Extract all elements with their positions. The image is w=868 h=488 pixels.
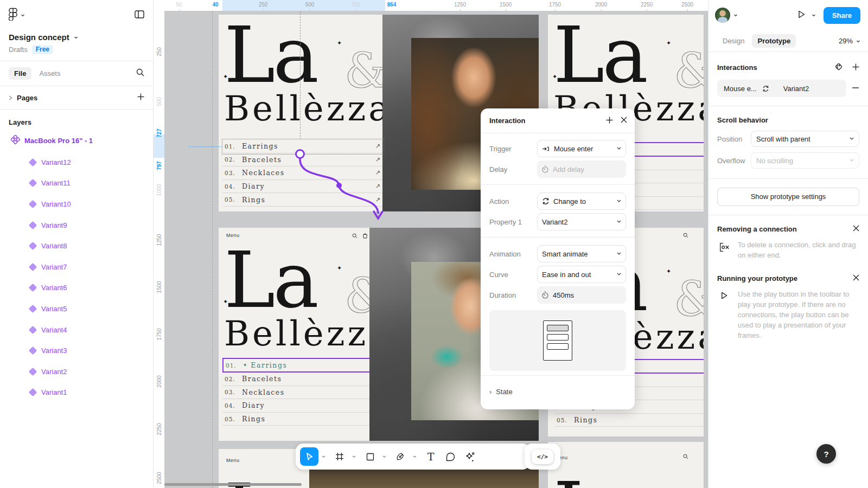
tab-prototype[interactable]: Prototype	[752, 34, 796, 48]
text-tool-button[interactable]: T	[422, 447, 440, 466]
brand-headline: La & ✦ ✦ Bellèzza	[224, 15, 392, 125]
delay-input[interactable]: Add delay	[537, 160, 626, 178]
ruler-tick: 2250	[641, 2, 653, 8]
close-icon[interactable]	[853, 274, 859, 282]
dev-mode-toggle[interactable]: </>	[525, 444, 560, 470]
nav-row[interactable]: 05. Rings ↗	[222, 413, 384, 426]
zoom-value: 29%	[839, 37, 853, 45]
tab-file[interactable]: File	[9, 67, 31, 80]
shopping-bag-icon[interactable]	[362, 233, 368, 239]
dev-mode-icon[interactable]: </>	[532, 450, 553, 464]
play-icon[interactable]	[795, 10, 808, 21]
flow-start-icon[interactable]	[834, 62, 844, 73]
file-title[interactable]: Design concept	[9, 33, 69, 42]
magnifier-icon[interactable]	[352, 233, 358, 239]
frame-tool-chevron[interactable]	[350, 448, 358, 465]
interaction-list-item[interactable]: Mouse e... Variant2	[717, 80, 846, 97]
position-select[interactable]: Scroll with parent	[751, 131, 859, 147]
horizontal-scrollbar[interactable]	[164, 483, 302, 486]
nav-row[interactable]: 02. Bracelets ↗	[222, 373, 384, 386]
layer-variant[interactable]: Variant2	[0, 361, 153, 382]
nav-row-active[interactable]: 01. • Earrings →	[222, 358, 384, 373]
chevron-down-icon[interactable]	[74, 35, 78, 40]
layer-variant[interactable]: Variant11	[0, 173, 153, 194]
frame-variant4-bottom[interactable]: Menu La	[548, 442, 704, 488]
nav-row[interactable]: 04. Diary ↗	[222, 180, 384, 194]
overflow-select[interactable]: No scrolling	[751, 152, 859, 169]
action-select[interactable]: Change to	[537, 192, 626, 210]
pen-tool-chevron[interactable]	[411, 448, 418, 465]
chevron-down-icon[interactable]	[812, 13, 816, 17]
pages-label[interactable]: Pages	[17, 94, 137, 102]
shape-tool-button[interactable]	[361, 447, 379, 466]
animation-preview[interactable]	[489, 310, 626, 371]
animation-select[interactable]: Smart animate	[537, 245, 626, 262]
chevron-down-icon	[856, 39, 860, 43]
stopwatch-icon	[541, 291, 549, 299]
connection-arrowhead	[374, 211, 382, 219]
magnifier-icon[interactable]	[683, 454, 688, 459]
layer-component-set[interactable]: MacBook Pro 16" - 1	[0, 130, 153, 149]
swap-icon	[762, 85, 769, 92]
add-page-icon[interactable]	[137, 93, 144, 102]
help-button[interactable]: ?	[816, 444, 836, 464]
layer-variant[interactable]: Variant1	[0, 382, 153, 403]
ruler-tick: 1250	[454, 2, 466, 8]
layer-variant[interactable]: Variant7	[0, 256, 153, 278]
animation-label: Animation	[489, 250, 537, 258]
pen-tool-button[interactable]	[391, 447, 410, 466]
ruler-tick: 40	[212, 2, 218, 8]
frame-tool-button[interactable]	[330, 447, 349, 466]
layer-variant-name: Variant11	[41, 179, 71, 187]
comment-tool-button[interactable]	[441, 447, 459, 466]
tab-assets[interactable]: Assets	[34, 67, 66, 80]
layer-variant[interactable]: Variant10	[0, 194, 153, 215]
ruler-tick: 500	[156, 93, 162, 111]
layer-variant[interactable]: Variant8	[0, 235, 153, 256]
curve-select[interactable]: Ease in and out	[537, 266, 626, 283]
nav-row[interactable]: 03. Necklaces ↗	[222, 386, 384, 400]
magnifier-icon[interactable]	[683, 233, 688, 238]
avatar[interactable]	[715, 8, 730, 23]
selection-outline[interactable]	[222, 139, 384, 155]
nav-row[interactable]: 05. Rings ↗	[554, 414, 704, 427]
state-expander[interactable]: › State	[481, 382, 635, 401]
actions-sparkle-button[interactable]	[461, 447, 479, 466]
tip-body-removing-connection: To delete a connection, click and drag o…	[738, 240, 859, 260]
move-tool-chevron[interactable]	[320, 448, 327, 465]
remove-interaction-icon[interactable]	[852, 84, 859, 93]
zoom-menu[interactable]: 29%	[839, 37, 860, 45]
shape-tool-chevron[interactable]	[380, 448, 388, 465]
search-icon[interactable]	[136, 68, 144, 79]
chevron-down-icon[interactable]	[733, 13, 738, 17]
duration-input[interactable]: 450ms	[537, 286, 626, 304]
nav-row[interactable]: 04. Diary ↗	[222, 399, 384, 413]
layer-variant[interactable]: Variant12	[0, 152, 153, 173]
layer-variant[interactable]: Variant3	[0, 340, 153, 361]
close-icon[interactable]	[853, 225, 859, 233]
tab-design[interactable]: Design	[717, 34, 750, 48]
layer-variant[interactable]: Variant9	[0, 215, 153, 236]
nav-row[interactable]: 02. Bracelets ↗	[222, 153, 384, 167]
move-tool-button[interactable]	[300, 447, 318, 466]
close-icon[interactable]	[621, 117, 627, 125]
tip-title-removing-connection: Removing a connection	[717, 225, 853, 233]
menu-label[interactable]: Menu	[226, 458, 240, 463]
layer-variant[interactable]: Variant5	[0, 298, 153, 319]
add-interaction-icon[interactable]	[598, 117, 621, 125]
property-select[interactable]: Variant2	[537, 213, 626, 230]
trigger-select[interactable]: Mouse enter	[537, 140, 626, 157]
nav-row[interactable]: 05. Rings ↗	[222, 193, 384, 207]
share-button[interactable]: Share	[824, 7, 860, 24]
ruler-tick: 250	[156, 43, 162, 61]
add-interaction-icon[interactable]	[852, 63, 859, 72]
layer-variant[interactable]: Variant4	[0, 319, 153, 341]
panel-toggle-icon[interactable]	[135, 10, 144, 21]
main-menu[interactable]	[9, 8, 25, 23]
nav-row[interactable]: 03. Necklaces ↗	[222, 166, 384, 180]
breadcrumb-drafts[interactable]: Drafts	[9, 46, 28, 54]
layer-variant-name: Variant5	[41, 305, 67, 313]
show-prototype-settings-button[interactable]: Show prototype settings	[717, 188, 859, 206]
layer-variant[interactable]: Variant6	[0, 278, 153, 299]
chevron-right-icon[interactable]	[9, 95, 12, 100]
